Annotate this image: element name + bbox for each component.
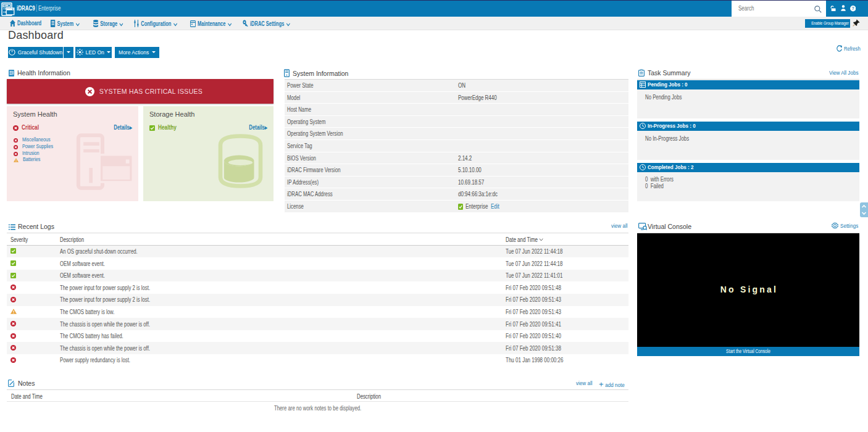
- svg-text:?: ?: [851, 6, 854, 10]
